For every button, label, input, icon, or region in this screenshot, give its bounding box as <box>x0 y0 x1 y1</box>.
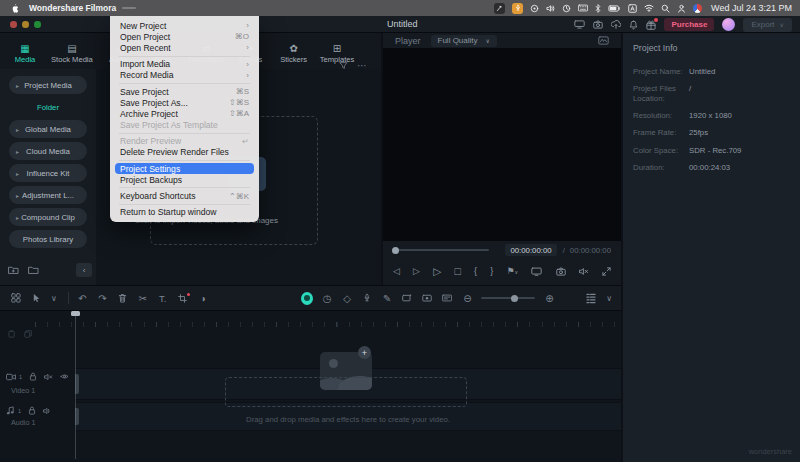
timeline-dropzone[interactable] <box>225 377 467 407</box>
wifi-icon[interactable] <box>644 4 654 12</box>
menubar-menu[interactable] <box>122 7 136 9</box>
menu-item[interactable] <box>119 83 250 84</box>
expand-arrow-icon[interactable]: ▸ <box>16 170 19 177</box>
menu-item[interactable] <box>119 133 250 134</box>
sidebar-item[interactable]: ▸ Cloud Media <box>9 142 87 160</box>
folder-icon[interactable] <box>28 265 39 275</box>
menu-item[interactable]: Open Recent › <box>110 42 259 53</box>
menu-item[interactable]: Open Project ⌘O <box>110 31 259 42</box>
export-button[interactable]: Export∨ <box>743 18 792 32</box>
sidebar-item[interactable]: Folder <box>9 98 87 116</box>
crop-tool-icon[interactable] <box>177 294 189 303</box>
sidebar-item[interactable]: ▸ Project Media <box>9 76 87 94</box>
snapshot-camera-icon[interactable] <box>593 20 603 29</box>
mute-track-icon[interactable] <box>44 373 53 381</box>
expand-arrow-icon[interactable]: ▸ <box>16 214 19 221</box>
volume-icon[interactable] <box>546 4 555 13</box>
menu-item[interactable]: New Project › <box>110 20 259 31</box>
expand-arrow-icon[interactable]: ▸ <box>16 82 19 89</box>
scrubber-handle[interactable] <box>392 247 399 254</box>
zoom-slider-handle[interactable] <box>511 295 518 302</box>
menu-item[interactable]: Import Media › <box>110 59 259 70</box>
expand-arrow-icon[interactable]: ▸ <box>16 192 19 199</box>
menu-item[interactable]: Return to Startup window <box>110 207 259 218</box>
purchase-button[interactable]: Purchase <box>664 18 714 31</box>
user-switch-icon[interactable] <box>677 4 686 13</box>
menu-item[interactable]: Save Project ⌘S <box>110 86 259 97</box>
delete-trash-icon[interactable] <box>117 293 129 303</box>
notes-app-icon[interactable] <box>494 3 505 14</box>
menu-item[interactable]: Archive Project ⇧⌘A <box>110 108 259 119</box>
text-tool-icon[interactable]: T. <box>157 293 169 304</box>
zoom-window-button[interactable] <box>34 21 41 28</box>
asset-tab[interactable]: ✿ Stickers <box>277 37 311 69</box>
lock-icon[interactable] <box>29 372 37 381</box>
current-timecode[interactable]: 00:00:00:00 <box>505 244 556 256</box>
notification-bell-icon[interactable] <box>629 20 638 30</box>
color-tool-icon[interactable]: ◑ <box>197 293 209 304</box>
new-folder-icon[interactable] <box>8 265 19 275</box>
expand-arrow-icon[interactable]: ▸ <box>16 126 19 133</box>
mic-recording-icon[interactable] <box>512 3 523 14</box>
eye-visibility-icon[interactable] <box>60 373 69 380</box>
screen-record-icon[interactable] <box>421 294 433 303</box>
mark-in-button[interactable]: { <box>474 266 477 276</box>
split-scissors-icon[interactable]: ✂ <box>137 293 149 304</box>
screen-mirror-icon[interactable] <box>530 4 539 13</box>
menu-item[interactable]: Delete Preview Render Files <box>110 147 259 158</box>
stop-button[interactable]: □ <box>454 265 460 277</box>
menubar-clock[interactable]: Wed Jul 24 3:21 PM <box>711 3 792 13</box>
menu-item[interactable] <box>119 160 250 161</box>
upload-cloud-icon[interactable] <box>611 20 621 29</box>
snapshot-icon[interactable] <box>556 267 566 276</box>
mute-speaker-icon[interactable] <box>579 267 589 276</box>
media-grid-icon[interactable] <box>10 293 22 303</box>
track-height-icon[interactable] <box>585 293 597 304</box>
voiceover-mic-icon[interactable] <box>361 293 373 303</box>
undo-button[interactable]: ↶ <box>76 293 88 304</box>
close-window-button[interactable] <box>10 21 17 28</box>
add-media-badge[interactable]: + <box>358 346 371 359</box>
expand-arrow-icon[interactable]: ▸ <box>16 148 19 155</box>
asset-tab[interactable]: ▦ Media <box>8 37 42 69</box>
menu-item[interactable]: Project Settings <box>115 163 254 174</box>
menubar-menu[interactable] <box>136 7 150 9</box>
effects-film-icon[interactable] <box>401 293 413 303</box>
sidebar-item[interactable]: ▸ Influence Kit <box>9 164 87 182</box>
user-avatar[interactable] <box>722 18 735 31</box>
zoom-out-button[interactable]: ⊖ <box>461 293 473 304</box>
copy-icon[interactable] <box>24 330 32 338</box>
speaker-icon[interactable] <box>43 407 52 415</box>
keyboard-icon[interactable] <box>578 4 588 12</box>
external-display-icon[interactable] <box>574 20 585 29</box>
video-preview-area[interactable] <box>383 49 621 241</box>
playback-quality-select[interactable]: Full Quality ∨ <box>431 35 497 47</box>
menu-item[interactable]: Keyboard Shortcuts ⌃⌘K <box>110 190 259 201</box>
zoom-in-button[interactable]: ⊕ <box>543 293 555 304</box>
battery-icon[interactable] <box>608 5 621 12</box>
speed-clock-icon[interactable]: ◷ <box>321 293 333 304</box>
next-frame-button[interactable]: ▷ <box>413 266 420 276</box>
previous-frame-button[interactable]: ◁ <box>393 266 400 276</box>
search-icon[interactable] <box>661 4 670 13</box>
fullscreen-icon[interactable] <box>602 267 611 276</box>
menu-item[interactable]: Save Project As Template <box>110 120 259 131</box>
menu-item[interactable] <box>119 187 250 188</box>
input-source-icon[interactable] <box>628 4 637 13</box>
menubar-menu[interactable] <box>150 7 164 9</box>
collapse-sidebar-button[interactable]: ‹ <box>76 263 92 277</box>
lock-icon[interactable] <box>28 406 36 415</box>
locale-flag-icon[interactable] <box>693 4 702 13</box>
minimize-window-button[interactable] <box>22 21 29 28</box>
pen-tool-icon[interactable]: ✎ <box>381 293 393 304</box>
asset-tab[interactable]: ▤ Stock Media <box>51 37 93 69</box>
time-machine-icon[interactable] <box>562 4 571 13</box>
mirror-display-icon[interactable] <box>531 267 542 276</box>
menu-item[interactable]: Render Preview ↵ <box>110 136 259 147</box>
menu-item[interactable]: Project Backups <box>110 174 259 185</box>
sidebar-item[interactable]: Photos Library <box>9 230 87 248</box>
playhead[interactable] <box>71 311 80 316</box>
scrubber-track[interactable] <box>393 249 489 251</box>
clipboard-icon[interactable] <box>8 330 16 338</box>
marker-flag-button[interactable]: ⚑∨ <box>506 266 518 276</box>
